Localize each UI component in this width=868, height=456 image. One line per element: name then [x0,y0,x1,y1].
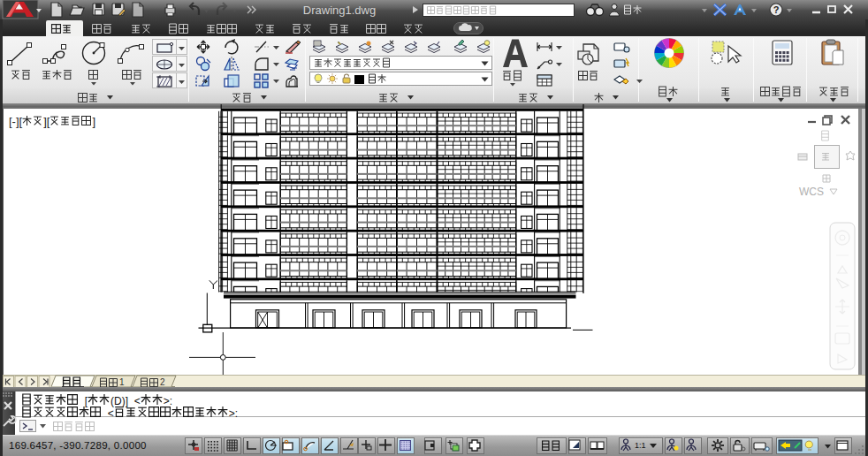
svg-text:?: ? [773,4,780,15]
svg-text:1:1: 1:1 [635,441,646,450]
